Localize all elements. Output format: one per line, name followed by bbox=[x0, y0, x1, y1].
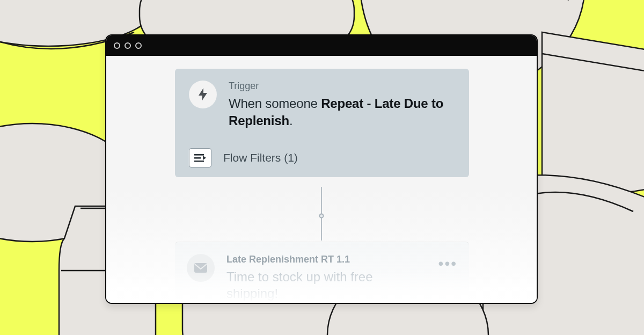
svg-rect-8 bbox=[194, 263, 207, 273]
filter-lines-icon bbox=[189, 148, 211, 168]
trigger-description: When someone Repeat - Late Due to Replen… bbox=[229, 95, 455, 130]
lightning-bolt-icon bbox=[189, 81, 217, 108]
trigger-suffix: . bbox=[289, 113, 292, 128]
window-control-maximize[interactable] bbox=[135, 42, 142, 49]
stage: Trigger When someone Repeat - Late Due t… bbox=[0, 0, 644, 335]
trigger-card[interactable]: Trigger When someone Repeat - Late Due t… bbox=[175, 69, 469, 177]
email-step-title: Late Replenishment RT 1.1 bbox=[226, 254, 427, 265]
svg-rect-5 bbox=[194, 154, 204, 156]
trigger-card-header: Trigger When someone Repeat - Late Due t… bbox=[175, 69, 469, 141]
more-dots-icon[interactable]: ••• bbox=[438, 254, 457, 272]
email-step-subject: Time to stock up with free shipping! bbox=[226, 268, 427, 302]
flow-filters-row[interactable]: Flow Filters (1) bbox=[175, 141, 469, 177]
trigger-prefix: When someone bbox=[229, 96, 321, 111]
window-control-minimize[interactable] bbox=[125, 42, 131, 49]
svg-rect-7 bbox=[194, 161, 204, 162]
browser-window: Trigger When someone Repeat - Late Due t… bbox=[105, 34, 538, 304]
window-titlebar bbox=[106, 35, 537, 56]
flow-connector-node[interactable] bbox=[319, 214, 324, 219]
envelope-icon bbox=[187, 254, 215, 282]
svg-rect-6 bbox=[194, 157, 201, 159]
flow-canvas[interactable]: Trigger When someone Repeat - Late Due t… bbox=[106, 56, 537, 303]
email-step-card[interactable]: Late Replenishment RT 1.1 Time to stock … bbox=[175, 242, 469, 304]
flow-filters-label: Flow Filters (1) bbox=[223, 151, 298, 164]
trigger-label: Trigger bbox=[229, 81, 455, 92]
window-control-close[interactable] bbox=[114, 42, 120, 49]
